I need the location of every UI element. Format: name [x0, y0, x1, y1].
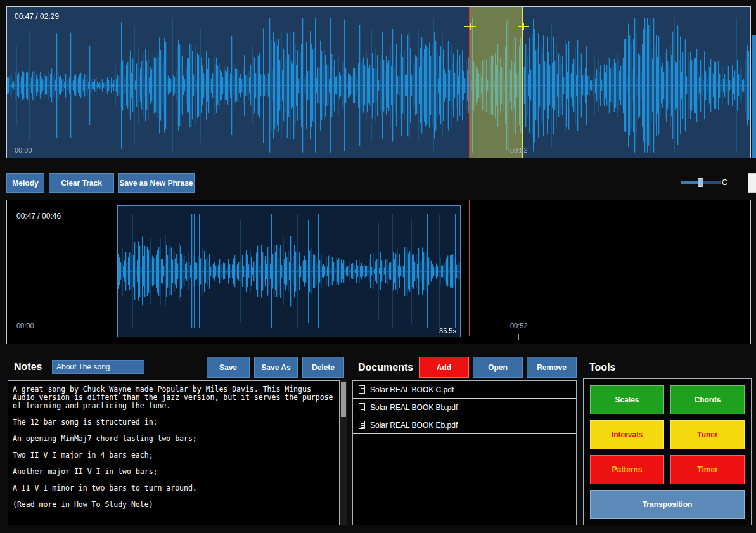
melody-button[interactable]: Melody	[6, 173, 44, 193]
pitch-slider[interactable]	[681, 178, 721, 187]
transposition-button[interactable]: Transposition	[590, 490, 745, 519]
note-save-as-button[interactable]: Save As	[254, 357, 298, 378]
main-waveform-panel[interactable]: 00:47 / 02:29 00:00 00:52	[6, 6, 751, 158]
document-label: Solar REAL BOOK Bb.pdf	[370, 403, 458, 412]
selection-handle-right[interactable]	[518, 23, 529, 30]
ruler-tick-cursor	[518, 334, 519, 340]
notes-textarea[interactable]: A great song by Chuck Wayne made Popular…	[8, 380, 340, 525]
clear-track-button[interactable]: Clear Track	[49, 173, 114, 193]
bottom-section: Notes Save Save As Delete A great song b…	[0, 352, 756, 533]
phrase-duration: 35.5s	[439, 327, 456, 335]
document-open-button[interactable]: Open	[473, 357, 523, 378]
save-as-new-phrase-button[interactable]: Save as New Phrase	[118, 173, 195, 193]
main-start-time: 00:00	[15, 146, 32, 154]
tool-button[interactable]: Timer	[670, 455, 745, 484]
document-list-item[interactable]: Solar REAL BOOK C.pdf	[353, 381, 576, 399]
document-icon	[359, 421, 365, 429]
pitch-slider-thumb[interactable]	[698, 178, 703, 187]
documents-title: Documents	[358, 362, 413, 373]
document-list-item[interactable]: Solar REAL BOOK Eb.pdf	[353, 416, 576, 434]
note-delete-button[interactable]: Delete	[302, 357, 344, 378]
settings-button[interactable]: S	[748, 173, 756, 193]
selection-handle-left[interactable]	[464, 23, 476, 30]
document-icon	[359, 385, 365, 394]
documents-list: Solar REAL BOOK C.pdf Solar REAL BOOK Bb…	[352, 380, 577, 525]
document-add-button[interactable]: Add	[419, 357, 469, 378]
notes-scrollbar[interactable]	[340, 380, 347, 525]
tool-button[interactable]: Tuner	[670, 420, 745, 449]
selection-region[interactable]	[470, 7, 523, 158]
document-label: Solar REAL BOOK C.pdf	[370, 385, 454, 394]
pitch-slider-fill	[681, 181, 699, 184]
main-selection-time: 00:52	[510, 146, 528, 154]
ruler-tick-start	[13, 334, 13, 340]
main-time-display: 00:47 / 02:29	[15, 12, 59, 21]
notes-title: Notes	[14, 361, 42, 373]
phrase-playhead[interactable]	[469, 200, 470, 336]
tool-button[interactable]: Chords	[670, 385, 745, 414]
document-remove-button[interactable]: Remove	[527, 357, 577, 378]
phrase-box[interactable]: 35.5s	[117, 205, 461, 337]
pitch-label: C	[722, 178, 727, 187]
phrase-start-time: 00:00	[16, 322, 34, 330]
notes-scrollbar-thumb[interactable]	[341, 382, 346, 417]
toolbar: Melody Clear Track Save as New Phrase C …	[0, 170, 756, 195]
vertical-scrollbar[interactable]	[752, 35, 756, 158]
tools-grid: Scales Chords Intervals Tuner Patterns T…	[590, 385, 745, 484]
phrase-waveform-canvas	[118, 206, 460, 337]
phrase-cursor-time: 00:52	[510, 322, 528, 330]
tool-button[interactable]: Intervals	[590, 420, 664, 449]
note-save-button[interactable]: Save	[207, 357, 250, 378]
phrase-waveform-panel[interactable]: 00:47 / 00:46 35.5s 00:00 00:52	[6, 200, 751, 344]
phrase-time-display: 00:47 / 00:46	[16, 212, 61, 221]
document-icon	[359, 403, 365, 411]
main-waveform-canvas	[7, 7, 750, 158]
document-list-item[interactable]: Solar REAL BOOK Bb.pdf	[353, 399, 576, 416]
tool-button[interactable]: Patterns	[590, 455, 664, 484]
tools-title: Tools	[589, 362, 615, 373]
tool-button[interactable]: Scales	[590, 385, 664, 414]
note-name-input[interactable]	[52, 360, 144, 374]
document-label: Solar REAL BOOK Eb.pdf	[370, 421, 458, 430]
tools-panel: Scales Chords Intervals Tuner Patterns T…	[583, 378, 752, 525]
